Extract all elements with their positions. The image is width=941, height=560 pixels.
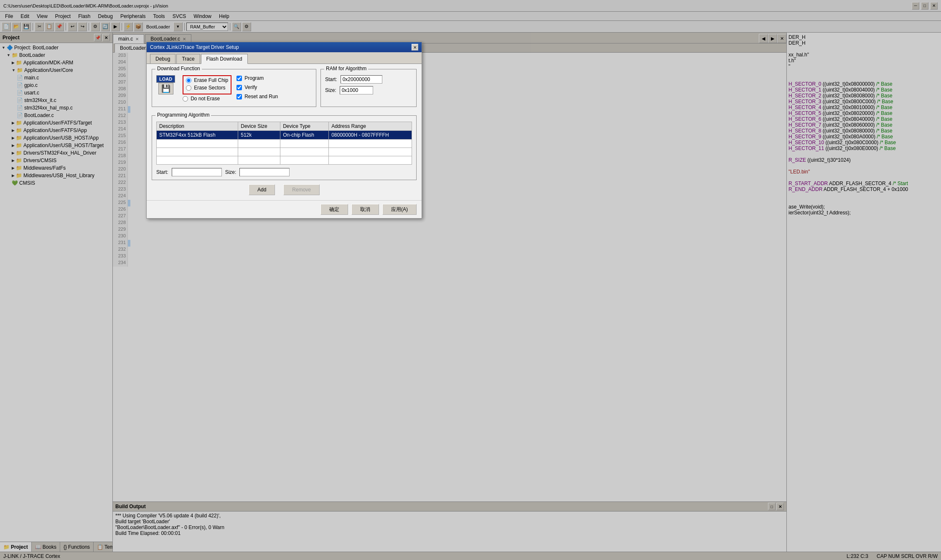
- cell-device-type: On-chip Flash: [280, 131, 329, 140]
- checkbox-reset-run-input[interactable]: [237, 94, 242, 99]
- algo-size-input[interactable]: [239, 168, 290, 176]
- radio-do-not-erase[interactable]: Do not Erase: [183, 96, 231, 102]
- radio-do-not-erase-input[interactable]: [183, 96, 188, 102]
- checkbox-reset-run-label: Reset and Run: [244, 94, 278, 99]
- algo-bottom-row: Start: Size:: [156, 168, 412, 176]
- dialog-tab-debug[interactable]: Debug: [150, 54, 175, 64]
- dialog-tab-debug-label: Debug: [155, 56, 170, 62]
- radio-erase-sectors-input[interactable]: [186, 85, 191, 91]
- table-row[interactable]: STM32F4xx 512kB Flash 512k On-chip Flash…: [157, 131, 412, 140]
- add-button[interactable]: Add: [249, 184, 275, 195]
- load-icon: 💾: [158, 83, 173, 94]
- radio-erase-sectors-label: Erase Sectors: [194, 85, 225, 91]
- algo-start-label: Start:: [156, 169, 168, 175]
- add-remove-buttons: Add Remove: [152, 184, 417, 195]
- table-empty-row-3: [157, 156, 412, 165]
- radio-erase-full-chip[interactable]: Erase Full Chip: [186, 77, 228, 83]
- col-address-range: Address Range: [329, 122, 412, 131]
- ram-size-input[interactable]: [340, 86, 373, 94]
- dialog-content: Download Function LOAD 💾: [147, 64, 422, 200]
- col-device-size: Device Size: [238, 122, 280, 131]
- checkbox-program-input[interactable]: [237, 76, 242, 81]
- dialog-title: Cortex JLink/JTrace Target Driver Setup: [150, 44, 239, 50]
- programming-algorithm-table: Description Device Size Device Type Addr…: [156, 122, 412, 165]
- dialog-bottom-buttons: 确定 取消 应用(A): [147, 200, 422, 218]
- algo-start-input[interactable]: [172, 168, 222, 176]
- top-groups: Download Function LOAD 💾: [152, 69, 417, 111]
- ram-algorithm-content: Start: Size:: [321, 69, 416, 98]
- download-function-content: LOAD 💾 Erase Full Chip: [152, 69, 316, 107]
- checkbox-program[interactable]: Program: [237, 75, 278, 81]
- apply-button[interactable]: 应用(A): [382, 204, 417, 215]
- remove-button[interactable]: Remove: [283, 184, 320, 195]
- ram-size-row: Size:: [325, 86, 412, 94]
- cell-device-size: 512k: [238, 131, 280, 140]
- dialog-overlay: Cortex JLink/JTrace Target Driver Setup …: [0, 0, 941, 560]
- table-empty-row-2: [157, 148, 412, 156]
- programming-algorithm-group: Programming Algorithm Description Device…: [152, 115, 417, 180]
- cell-description: STM32F4xx 512kB Flash: [157, 131, 238, 140]
- dialog-title-bar: Cortex JLink/JTrace Target Driver Setup …: [147, 42, 422, 52]
- ram-algorithm-title: RAM for Algorithm: [324, 66, 368, 71]
- radio-do-not-erase-label: Do not Erase: [191, 96, 220, 102]
- col-description: Description: [157, 122, 238, 131]
- load-label: LOAD: [156, 75, 175, 83]
- download-function-inner: LOAD 💾 Erase Full Chip: [156, 75, 312, 103]
- download-function-group: Download Function LOAD 💾: [152, 69, 316, 107]
- dialog-tab-trace-label: Trace: [182, 56, 194, 62]
- radio-erase-sectors[interactable]: Erase Sectors: [186, 85, 228, 91]
- erase-full-chip-highlight: Erase Full Chip Erase Sectors: [183, 75, 231, 94]
- dialog-tab-bar: Debug Trace Flash Download: [147, 52, 422, 64]
- ram-algorithm-group: RAM for Algorithm Start: Size:: [320, 69, 417, 107]
- dialog-tab-flash-label: Flash Download: [206, 56, 242, 62]
- ok-button[interactable]: 确定: [320, 204, 348, 215]
- checkbox-verify-input[interactable]: [237, 85, 242, 90]
- cell-address-range: 08000000H - 0807FFFFH: [329, 131, 412, 140]
- ram-start-row: Start:: [325, 75, 412, 84]
- checkbox-reset-run[interactable]: Reset and Run: [237, 94, 278, 99]
- dialog-tab-trace[interactable]: Trace: [176, 54, 200, 64]
- ram-start-input[interactable]: [341, 75, 382, 84]
- erase-options: Erase Full Chip Erase Sectors D: [183, 75, 231, 103]
- right-checkboxes: Program Verify Reset and Run: [237, 75, 278, 101]
- checkbox-verify-label: Verify: [244, 84, 257, 90]
- cancel-button[interactable]: 取消: [351, 204, 379, 215]
- programming-algorithm-content: Description Device Size Device Type Addr…: [152, 116, 416, 180]
- ram-size-label: Size:: [325, 87, 336, 93]
- radio-erase-full-chip-input[interactable]: [186, 78, 191, 83]
- algo-size-label: Size:: [225, 169, 237, 175]
- load-icon-container: LOAD 💾: [156, 75, 175, 94]
- checkbox-program-label: Program: [244, 75, 264, 81]
- dialog-tab-flash-download[interactable]: Flash Download: [201, 54, 248, 64]
- checkbox-verify[interactable]: Verify: [237, 84, 278, 90]
- table-empty-row-1: [157, 140, 412, 148]
- programming-algorithm-title: Programming Algorithm: [155, 112, 211, 118]
- dialog-close-btn[interactable]: ✕: [412, 44, 418, 51]
- download-function-title: Download Function: [155, 66, 202, 71]
- ram-start-label: Start:: [325, 76, 337, 82]
- radio-erase-full-chip-label: Erase Full Chip: [194, 77, 228, 83]
- jlink-setup-dialog: Cortex JLink/JTrace Target Driver Setup …: [146, 42, 422, 219]
- col-device-type: Device Type: [280, 122, 329, 131]
